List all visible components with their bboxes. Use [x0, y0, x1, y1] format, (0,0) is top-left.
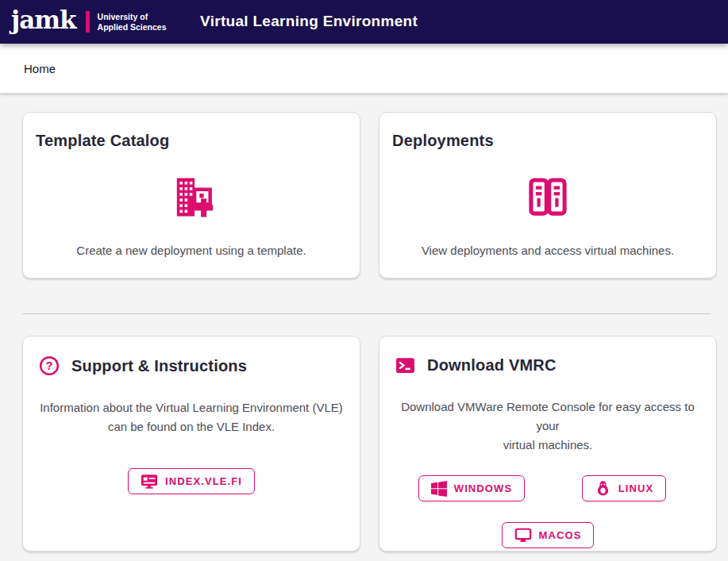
section-divider	[22, 313, 711, 314]
vmrc-button-row-1: WINDOWS LINUX	[395, 475, 700, 501]
app-header: jamk University of Applied Sciences Virt…	[0, 0, 728, 44]
app-title: Virtual Learning Environment	[200, 13, 418, 30]
download-macos-button[interactable]: MACOS	[502, 522, 595, 548]
display-icon	[514, 527, 532, 544]
download-windows-label: WINDOWS	[454, 482, 512, 494]
support-card-header: ? Support & Instructions	[39, 355, 344, 376]
logo-subtitle-line2: Applied Sciences	[98, 22, 167, 33]
template-catalog-title: Template Catalog	[36, 132, 347, 150]
index-vle-fi-button[interactable]: INDEX.VLE.FI	[128, 468, 255, 494]
index-vle-fi-button-label: INDEX.VLE.FI	[165, 475, 242, 487]
deployments-icon-wrap	[392, 150, 703, 244]
download-macos-label: MACOS	[539, 529, 582, 541]
logo-subtitle-line1: University of	[98, 12, 167, 22]
breadcrumb: Home	[0, 44, 728, 94]
download-windows-button[interactable]: WINDOWS	[418, 475, 525, 501]
jamk-logo[interactable]: jamk University of Applied Sciences	[0, 11, 167, 33]
display-card-icon	[141, 473, 158, 490]
vmrc-title: Download VMRC	[427, 356, 557, 375]
top-card-row: Template Catalog	[22, 112, 717, 279]
bottom-card-row: ? Support & Instructions Information abo…	[22, 336, 717, 551]
question-circle-icon: ?	[39, 355, 60, 376]
card-support-instructions: ? Support & Instructions Information abo…	[22, 336, 360, 551]
breadcrumb-home[interactable]: Home	[24, 62, 56, 75]
vmrc-card-header: Download VMRC	[395, 355, 700, 375]
main-content: Template Catalog	[0, 94, 728, 551]
server-rack-icon	[526, 175, 569, 218]
terminal-icon	[395, 355, 415, 375]
template-catalog-icon-wrap	[36, 150, 347, 244]
linux-icon	[595, 480, 611, 497]
template-catalog-description: Create a new deployment using a template…	[36, 244, 347, 257]
vmrc-button-row-2: MACOS	[395, 522, 700, 548]
download-linux-label: LINUX	[618, 482, 654, 494]
logo-divider-bar	[86, 11, 90, 33]
deployments-description: View deployments and access virtual mach…	[392, 244, 703, 257]
download-linux-button[interactable]: LINUX	[582, 475, 667, 501]
vmrc-description: Download VMWare Remote Console for easy …	[395, 398, 700, 455]
card-deployments[interactable]: Deployments View deployments and access …	[379, 112, 717, 279]
building-add-icon	[169, 175, 214, 220]
card-download-vmrc: Download VMRC Download VMWare Remote Con…	[379, 336, 717, 551]
support-button-row: INDEX.VLE.FI	[39, 468, 344, 494]
logo-subtitle: University of Applied Sciences	[98, 12, 167, 32]
svg-text:?: ?	[46, 359, 53, 372]
card-template-catalog[interactable]: Template Catalog	[22, 112, 360, 279]
windows-icon	[431, 481, 447, 497]
support-description: Information about the Virtual Learning E…	[39, 398, 344, 436]
deployments-title: Deployments	[392, 132, 703, 150]
jamk-logo-wordmark: jamk	[11, 8, 76, 33]
support-title: Support & Instructions	[71, 357, 247, 375]
